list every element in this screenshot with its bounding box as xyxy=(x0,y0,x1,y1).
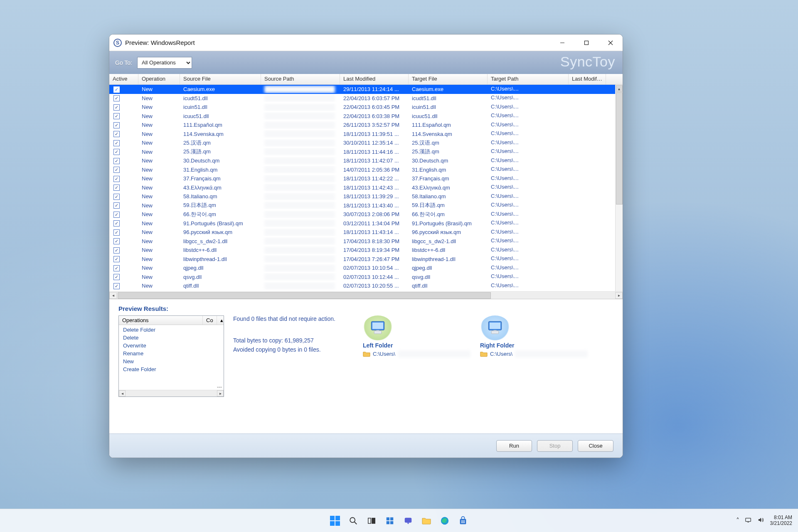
ops-list-item[interactable]: Delete Folder xyxy=(119,326,224,334)
table-row[interactable]: ✓New58.Italiano.qm18/11/2013 11:39:29 ..… xyxy=(109,192,623,201)
ops-col-operations[interactable]: Operations xyxy=(119,316,203,325)
row-checkbox[interactable]: ✓ xyxy=(113,229,120,236)
table-row[interactable]: ✓New66.한국어.qm30/07/2013 2:08:06 PM66.한국어… xyxy=(109,210,623,219)
row-checkbox[interactable]: ✓ xyxy=(113,95,120,101)
row-checkbox[interactable]: ✓ xyxy=(113,167,120,173)
row-checkbox[interactable]: ✓ xyxy=(113,140,120,146)
ops-list-item[interactable]: Overwrite xyxy=(119,342,224,350)
column-source-path[interactable]: Source Path xyxy=(261,74,340,84)
ops-col-count[interactable]: Co xyxy=(203,316,217,325)
table-row[interactable]: ✓New37.Français.qm18/11/2013 11:42:22 ..… xyxy=(109,174,623,183)
search-button[interactable] xyxy=(346,514,360,528)
tray-network-icon[interactable] xyxy=(745,517,752,525)
row-checkbox[interactable]: ✓ xyxy=(113,265,120,271)
column-target-path[interactable]: Target Path xyxy=(488,74,569,84)
column-last-modified[interactable]: Last Modified xyxy=(340,74,409,84)
ops-hscroll[interactable]: ◂ ▸ xyxy=(119,390,224,397)
row-checkbox[interactable]: ✓ xyxy=(113,283,120,289)
table-row[interactable]: ✓New25.汉语.qm30/10/2011 12:35:14 ...25.汉语… xyxy=(109,138,623,148)
table-row[interactable]: ✓Newlicense.txt21/03/2011 11:52:06 ...li… xyxy=(109,291,623,292)
table-row[interactable]: ✓New114.Svenska.qm18/11/2013 11:39:51 ..… xyxy=(109,130,623,139)
table-row[interactable]: ✓New96.русский язык.qm18/11/2013 11:43:1… xyxy=(109,228,623,237)
tray-volume-icon[interactable] xyxy=(758,517,764,525)
ops-list-item[interactable]: New xyxy=(119,357,224,365)
table-row[interactable]: ✓Newlibstdc++-6.dll17/04/2013 8:19:34 PM… xyxy=(109,246,623,255)
row-checkbox[interactable]: ✓ xyxy=(113,212,120,218)
table-row[interactable]: ✓Newqsvg.dll02/07/2013 10:12:44 ...qsvg.… xyxy=(109,273,623,282)
scrollbar-thumb[interactable] xyxy=(616,92,623,204)
row-checkbox[interactable]: ✓ xyxy=(113,122,120,128)
scroll-left-icon[interactable]: ◂ xyxy=(109,292,117,299)
scroll-right-icon[interactable]: ▸ xyxy=(615,292,623,299)
row-checkbox[interactable]: ✓ xyxy=(113,194,120,200)
row-checkbox[interactable]: ✓ xyxy=(113,131,120,137)
table-row[interactable]: ✓Newicudt51.dll22/04/2013 6:03:57 PMicud… xyxy=(109,94,623,103)
tray-clock[interactable]: 8:01 AM 3/21/2022 xyxy=(770,515,792,527)
row-checkbox[interactable]: ✓ xyxy=(113,149,120,155)
edge-button[interactable] xyxy=(438,514,452,528)
table-row[interactable]: ✓New31.English.qm14/07/2011 2:05:36 PM31… xyxy=(109,165,623,175)
ops-list[interactable]: Delete FolderDeleteOverwriteRenameNewCre… xyxy=(119,325,224,384)
table-row[interactable]: ✓New111.Español.qm26/11/2013 3:52:57 PM1… xyxy=(109,121,623,130)
vertical-scrollbar[interactable]: ▴ xyxy=(615,85,623,291)
table-row[interactable]: ✓Newlibwinpthread-1.dll17/04/2013 7:26:4… xyxy=(109,255,623,264)
row-checkbox[interactable]: ✓ xyxy=(113,86,120,93)
table-row[interactable]: ✓New59.日本語.qm18/11/2013 11:43:40 ...59.日… xyxy=(109,201,623,210)
goto-dropdown[interactable]: All Operations xyxy=(137,57,192,69)
row-checkbox[interactable]: ✓ xyxy=(113,238,120,244)
row-checkbox[interactable]: ✓ xyxy=(113,247,120,254)
table-row[interactable]: ✓Newqjpeg.dll02/07/2013 10:10:54 ...qjpe… xyxy=(109,264,623,273)
table-row[interactable]: ✓New43.Ελληνικά.qm18/11/2013 11:42:43 ..… xyxy=(109,183,623,192)
row-checkbox[interactable]: ✓ xyxy=(113,104,120,111)
column-active[interactable]: Active xyxy=(109,74,138,84)
table-row[interactable]: ✓Newicuin51.dll22/04/2013 6:03:45 PMicui… xyxy=(109,103,623,112)
table-row[interactable]: ✓New91.Português (Brasil).qm03/12/2011 1… xyxy=(109,219,623,228)
ops-scroll-up-icon[interactable]: ▴ xyxy=(217,316,224,325)
ops-list-item[interactable]: Rename xyxy=(119,350,224,357)
table-row[interactable]: ✓Newqtiff.dll02/07/2013 10:20:55 ...qtif… xyxy=(109,281,623,291)
row-checkbox[interactable]: ✓ xyxy=(113,185,120,191)
column-last-modified-2[interactable]: Last Modified xyxy=(569,74,606,84)
row-checkbox[interactable]: ✓ xyxy=(113,158,120,164)
table-row[interactable]: ✓NewCaesium.exe29/11/2013 11:24:14 ...Ca… xyxy=(109,85,623,94)
minimize-button[interactable] xyxy=(550,34,574,51)
cell-target-file: 37.Français.qm xyxy=(409,175,488,182)
scroll-up-icon[interactable]: ▴ xyxy=(616,85,623,92)
column-source-file[interactable]: Source File xyxy=(180,74,261,84)
chat-button[interactable] xyxy=(401,514,415,528)
ops-scroll-left-icon[interactable]: ◂ xyxy=(119,390,126,397)
table-row[interactable]: ✓New30.Deutsch.qm18/11/2013 11:42:07 ...… xyxy=(109,156,623,165)
run-button[interactable]: Run xyxy=(496,440,532,452)
close-dialog-button[interactable]: Close xyxy=(578,440,613,452)
row-checkbox[interactable]: ✓ xyxy=(113,176,120,182)
close-button[interactable] xyxy=(598,34,623,51)
ops-scroll-right-icon[interactable]: ▸ xyxy=(217,390,224,397)
row-checkbox[interactable]: ✓ xyxy=(113,256,120,262)
widgets-button[interactable] xyxy=(383,514,397,528)
taskbar[interactable]: ˄ 8:01 AM 3/21/2022 xyxy=(0,509,798,532)
hscroll-thumb[interactable] xyxy=(118,292,491,299)
grid-body[interactable]: ✓NewCaesium.exe29/11/2013 11:24:14 ...Ca… xyxy=(109,85,623,291)
svg-rect-26 xyxy=(463,522,465,523)
horizontal-scrollbar[interactable]: ◂ ▸ xyxy=(109,291,623,299)
table-row[interactable]: ✓Newlibgcc_s_dw2-1.dll17/04/2013 8:18:30… xyxy=(109,237,623,246)
ops-list-item[interactable]: Delete xyxy=(119,334,224,342)
redacted-path xyxy=(514,157,569,165)
table-row[interactable]: ✓New25.漢語.qm18/11/2013 11:44:16 ...25.漢語… xyxy=(109,148,623,157)
stop-button[interactable]: Stop xyxy=(537,440,573,452)
row-checkbox[interactable]: ✓ xyxy=(113,202,120,209)
row-checkbox[interactable]: ✓ xyxy=(113,220,120,227)
table-row[interactable]: ✓Newicuuc51.dll22/04/2013 6:03:38 PMicuu… xyxy=(109,112,623,121)
task-view-button[interactable] xyxy=(365,514,379,528)
column-target-file[interactable]: Target File xyxy=(409,74,488,84)
system-tray[interactable]: ˄ 8:01 AM 3/21/2022 xyxy=(736,515,792,527)
file-explorer-button[interactable] xyxy=(419,514,433,528)
ops-list-item[interactable]: Create Folder xyxy=(119,365,224,373)
row-checkbox[interactable]: ✓ xyxy=(113,113,120,119)
column-operation[interactable]: Operation xyxy=(138,74,180,84)
start-button[interactable] xyxy=(328,514,342,528)
store-button[interactable] xyxy=(456,514,470,528)
tray-chevron-icon[interactable]: ˄ xyxy=(736,517,739,525)
maximize-button[interactable] xyxy=(574,34,598,51)
row-checkbox[interactable]: ✓ xyxy=(113,274,120,280)
